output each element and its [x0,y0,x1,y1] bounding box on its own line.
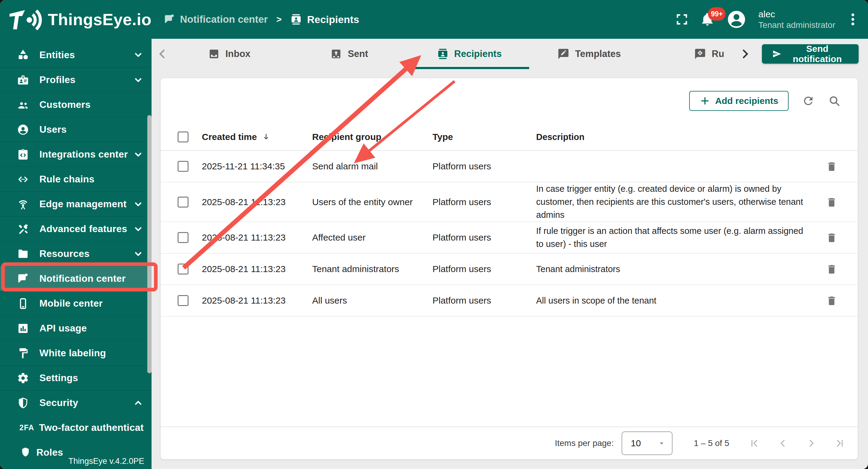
row-checkbox[interactable] [178,295,188,306]
cell-type: Platform users [433,161,536,171]
shield-icon [17,397,29,409]
table-row[interactable]: 2025-11-21 11:34:35 Send alarm mail Plat… [161,151,858,182]
chevron-down-icon [657,439,666,447]
column-header-description[interactable]: Description [536,131,818,144]
breadcrumb: Notification center > Recipients [164,13,359,26]
sort-desc-icon [261,132,271,142]
sidebar-item-notification-center[interactable]: Notification center [0,266,152,291]
delete-button[interactable] [826,231,838,244]
sidebar-item-edge-management[interactable]: Edge management [0,191,152,216]
first-page-icon [749,437,760,449]
sidebar-item-label: Settings [39,372,78,383]
next-page-icon [806,437,817,449]
items-per-page-value: 10 [631,438,641,448]
sidebar-item-profiles[interactable]: Profiles [0,67,152,92]
select-all-checkbox[interactable] [178,131,188,143]
user-name: alec [758,8,835,20]
chevron-down-icon [133,199,144,210]
delete-button[interactable] [826,263,838,275]
tab-recipients[interactable]: Recipients [409,39,529,69]
cell-description: All users in scope of the tenant [536,294,818,307]
previous-page-button[interactable] [777,437,788,449]
sidebar-item-two-factor-authentication[interactable]: 2FA Two-factor authenticati… [0,415,152,440]
column-header-recipient-group[interactable]: Recipient group [312,132,433,142]
table-row[interactable]: 2025-08-21 11:13:23 Users of the entity … [161,182,858,222]
rule-chains-icon [17,173,29,185]
items-per-page-select[interactable]: 10 [622,431,673,455]
cell-recipient-group: Send alarm mail [312,161,433,171]
table-row[interactable]: 2025-08-21 11:13:23 All users Platform u… [161,285,858,317]
refresh-icon [802,95,815,107]
sidebar-item-resources[interactable]: Resources [0,241,152,266]
tab-label: Ru [712,49,724,59]
sidebar-item-rule-chains[interactable]: Rule chains [0,167,152,191]
chevron-down-icon [133,74,144,86]
cell-created-time: 2025-08-21 11:13:23 [202,197,285,207]
search-button[interactable] [828,95,841,107]
top-right-actions: 99+ alec Tenant administrator [675,8,868,31]
tabs-scroll-right-button[interactable] [738,47,752,61]
sidebar-item-integrations-center[interactable]: Integrations center [0,142,152,167]
delete-button[interactable] [826,294,838,307]
account-circle-icon [17,124,29,136]
tab-rules[interactable]: Ru [649,39,738,69]
sidebar-item-advanced-features[interactable]: Advanced features [0,216,152,241]
sidebar-item-security[interactable]: Security [0,390,152,415]
sidebar-item-entities[interactable]: Entities [0,42,152,67]
first-page-button[interactable] [749,437,760,449]
plus-icon [700,95,710,106]
table-row[interactable]: 2025-08-21 11:13:23 Affected user Platfo… [161,222,858,254]
trash-icon [826,263,838,275]
sidebar-item-white-labeling[interactable]: White labeling [0,341,152,365]
sidebar-item-customers[interactable]: Customers [0,92,152,117]
last-page-icon [834,437,845,449]
add-recipients-label: Add recipients [715,96,778,106]
row-checkbox[interactable] [178,232,188,243]
avatar [726,9,747,30]
tab-bar: Inbox Sent Recipients Templates Ru [152,39,868,69]
cell-created-time: 2025-08-21 11:13:23 [202,264,285,274]
row-checkbox[interactable] [178,161,188,172]
refresh-button[interactable] [802,95,815,107]
user-avatar-button[interactable] [726,9,747,30]
sidebar-item-label: Mobile center [39,298,103,309]
notifications-button[interactable]: 99+ [700,12,715,27]
column-header-created-time[interactable]: Created time [202,132,257,142]
sidebar-item-settings[interactable]: Settings [0,365,152,390]
last-page-button[interactable] [834,437,845,449]
smartphone-icon [17,298,29,310]
sidebar-item-users[interactable]: Users [0,117,152,142]
logo[interactable]: ThingsEye.io [0,6,152,32]
row-checkbox[interactable] [178,197,188,208]
add-recipients-button[interactable]: Add recipients [689,91,788,111]
fullscreen-icon [675,13,689,26]
cell-type: Platform users [433,197,536,207]
cell-description: In case trigger entity (e.g. created dev… [536,182,818,221]
contacts-icon [437,48,449,60]
cell-recipient-group: Tenant administrators [312,264,433,274]
integrations-icon [17,149,29,161]
row-checkbox[interactable] [178,263,188,275]
delete-button[interactable] [826,196,838,208]
tab-inbox[interactable]: Inbox [169,39,289,69]
tabs-scroll-left-button[interactable] [156,47,169,61]
column-header-type[interactable]: Type [433,132,536,142]
sidebar-item-mobile-center[interactable]: Mobile center [0,291,152,316]
cell-recipient-group: Users of the entity owner [312,197,433,207]
table-row[interactable]: 2025-08-21 11:13:23 Tenant administrator… [161,254,858,285]
tab-templates[interactable]: Templates [529,39,649,69]
table-header: Created time Recipient group Type Descri… [161,124,858,151]
more-menu-button[interactable] [847,11,859,27]
delete-button[interactable] [826,160,838,173]
app-version: ThingsEye v.4.2.0PE [68,457,144,466]
send-notification-button[interactable]: Send notification [762,44,859,64]
cell-description: Tenant administrators [536,263,818,276]
breadcrumb-section[interactable]: Notification center [164,13,268,25]
sidebar-item-api-usage[interactable]: API usage [0,316,152,341]
recipients-card: Add recipients Created time Recipient gr… [161,78,858,459]
sidebar-scrollbar[interactable] [147,115,152,373]
fullscreen-button[interactable] [675,13,689,26]
tab-sent[interactable]: Sent [289,39,409,69]
sidebar-item-label: Two-factor authenticati… [39,422,144,433]
next-page-button[interactable] [806,437,817,449]
